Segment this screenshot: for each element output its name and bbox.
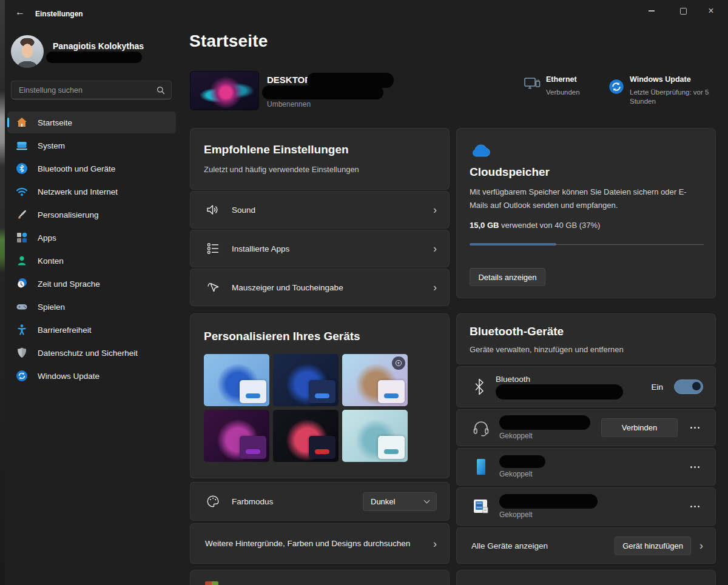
theme-preview-window (378, 380, 405, 403)
sidebar-item-label: Konten (38, 256, 64, 266)
search-input[interactable] (18, 85, 157, 95)
theme-tile[interactable] (342, 410, 408, 462)
more-options-button[interactable] (686, 506, 703, 507)
setting-row-installed-apps[interactable]: Installierte Apps › (190, 230, 450, 267)
theme-accent-strip (384, 449, 399, 454)
recommended-settings-card: Empfohlene Einstellungen Zuletzt und häu… (190, 128, 450, 190)
sidebar-item-label: Barrierefreiheit (38, 326, 92, 335)
page-title: Startseite (189, 32, 268, 51)
redaction-bar (262, 85, 383, 99)
add-device-button[interactable]: Gerät hinzufügen (615, 537, 691, 555)
bluetooth-toggle[interactable] (674, 379, 703, 394)
cloud-title: Cloudspeicher (470, 165, 550, 179)
theme-accent-strip (315, 449, 329, 454)
browse-backgrounds-row[interactable]: Weitere Hintergründe, Farben und Designs… (190, 523, 450, 564)
sidebar-item-label: Personalisierung (38, 210, 99, 219)
desktop-background-sliver (0, 0, 5, 585)
sidebar-item-label: Datenschutz und Sicherheit (38, 349, 138, 358)
theme-tile[interactable] (342, 354, 408, 406)
sidebar-item-system[interactable]: System (7, 135, 176, 156)
sidebar-item-label: Netzwerk und Internet (38, 187, 118, 196)
sidebar-item-label: Startseite (38, 118, 72, 127)
setting-row-sound[interactable]: Sound › (190, 191, 450, 229)
connect-button[interactable]: Verbinden (601, 418, 678, 437)
sidebar-item-spielen[interactable]: Spielen (7, 296, 176, 318)
row-label: Alle Geräte anzeigen (471, 541, 548, 550)
back-button[interactable]: ← (10, 4, 30, 21)
row-label: Sound (232, 206, 255, 215)
more-options-button[interactable] (686, 466, 703, 468)
personalize-title: Personalisieren Ihres Geräts (204, 330, 360, 343)
row-label: Weitere Hintergründe, Farben und Designs… (205, 539, 410, 548)
ethernet-title: Ethernet (546, 75, 577, 84)
device-status: Gekoppelt (499, 432, 590, 440)
cloud-usage-bold: 15,0 GB (470, 221, 499, 230)
phone-icon (471, 459, 491, 475)
maximize-icon (680, 8, 687, 15)
partial-card-icon (205, 581, 218, 585)
sidebar-item-bluetooth-geraete[interactable]: Bluetooth und Geräte (7, 158, 176, 179)
theme-preview-window (240, 436, 266, 459)
cloud-details-button[interactable]: Details anzeigen (470, 268, 545, 286)
avatar[interactable] (11, 35, 44, 68)
user-name: Panagiotis Kolokythas (53, 41, 144, 51)
cloud-usage: 15,0 GB verwendet von 40 GB (37%) (470, 221, 600, 230)
all-devices-row[interactable]: Alle Geräte anzeigen Gerät hinzufügen › (456, 527, 716, 564)
sidebar-item-label: Windows Update (38, 372, 99, 381)
sidebar-item-konten[interactable]: Konten (7, 250, 176, 272)
theme-preview-window (309, 380, 335, 403)
maximize-button[interactable] (670, 1, 696, 21)
sidebar-item-netzwerk[interactable]: Netzwerk und Internet (7, 181, 176, 202)
personalization-icon (16, 209, 28, 221)
home-icon (16, 116, 28, 129)
sidebar-item-windows-update[interactable]: Windows Update (7, 365, 176, 387)
pc-device-icon (471, 499, 491, 515)
more-options-button[interactable] (686, 427, 703, 429)
theme-tile[interactable] (273, 410, 339, 462)
ethernet-icon (524, 77, 541, 94)
bluetooth-title: Bluetooth-Geräte (470, 325, 564, 338)
row-label: Installierte Apps (232, 244, 289, 253)
device-name: DESKTOP (267, 75, 311, 85)
redaction-bar (499, 455, 545, 468)
window-title: Einstellungen (35, 10, 83, 18)
sidebar-item-barrierefreiheit[interactable]: Barrierefreiheit (7, 319, 176, 341)
sidebar-item-label: System (38, 141, 65, 150)
apps-icon (16, 232, 28, 244)
cloud-progress-track (470, 243, 704, 246)
sidebar-item-startseite[interactable]: Startseite (7, 112, 176, 133)
bluetooth-label: Bluetooth (496, 375, 623, 384)
redaction-bar (496, 384, 623, 399)
rename-link[interactable]: Umbenennen (267, 100, 311, 109)
update-status: Letzte Überprüfung: vor 5 Stunden (630, 88, 727, 106)
theme-tile[interactable] (273, 354, 339, 406)
color-mode-dropdown[interactable]: Dunkel (363, 492, 437, 511)
theme-accent-strip (246, 449, 260, 454)
sidebar-item-apps[interactable]: Apps (7, 227, 176, 249)
windows-update-status-icon (608, 79, 624, 97)
theme-preview-window (378, 436, 405, 459)
sidebar-item-label: Bluetooth und Geräte (38, 164, 115, 173)
bluetooth-subtitle: Geräte verwalten, hinzufügen und entfern… (470, 345, 624, 354)
setting-row-mouse-touch[interactable]: Mauszeiger und Toucheingabe › (190, 269, 450, 306)
chevron-right-icon: › (433, 282, 437, 293)
sidebar-item-datenschutz[interactable]: Datenschutz und Sicherheit (7, 342, 176, 364)
theme-tile[interactable] (204, 410, 269, 462)
sidebar-item-label: Apps (38, 233, 56, 242)
bluetooth-card-header: Bluetooth-Geräte Geräte verwalten, hinzu… (456, 313, 716, 364)
search-box[interactable] (11, 81, 172, 99)
toggle-knob (692, 382, 701, 390)
settings-window: ← Einstellungen × Panagiotis Kolokythas … (0, 0, 728, 585)
minimize-button[interactable] (638, 1, 665, 21)
cloud-usage-rest: verwendet von 40 GB (37%) (499, 221, 600, 230)
redaction-bar (499, 415, 590, 430)
redaction-bar (46, 52, 142, 63)
sidebar-item-personalisierung[interactable]: Personalisierung (7, 204, 176, 226)
close-button[interactable]: × (698, 1, 724, 21)
sidebar-item-zeit-sprache[interactable]: Zeit und Sprache (7, 273, 176, 295)
chevron-right-icon: › (433, 538, 437, 549)
dropdown-value: Dunkel (371, 497, 425, 506)
theme-tile[interactable] (204, 354, 269, 406)
recommended-subtitle: Zuletzt und häufig verwendete Einstellun… (204, 165, 359, 174)
theme-accent-strip (384, 393, 399, 398)
